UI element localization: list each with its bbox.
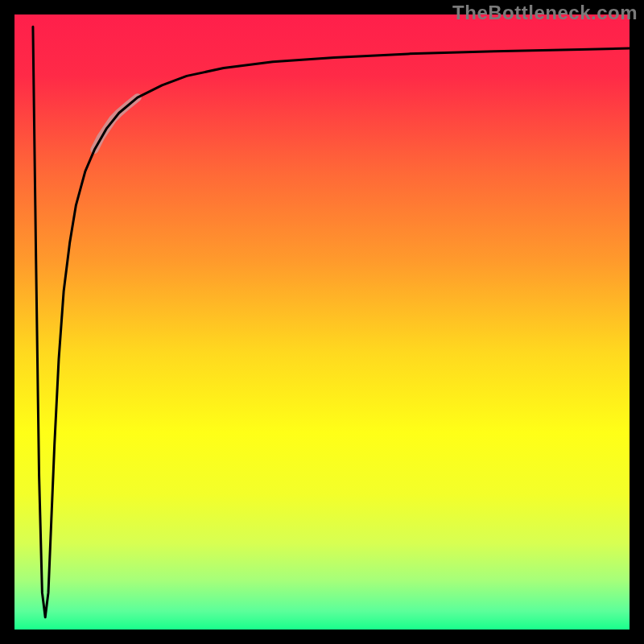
chart-container: TheBottleneck.com [0,0,644,644]
plot-area [7,7,637,637]
watermark-text: TheBottleneck.com [452,2,638,24]
gradient-background [14,14,630,630]
bottleneck-chart [0,0,644,644]
